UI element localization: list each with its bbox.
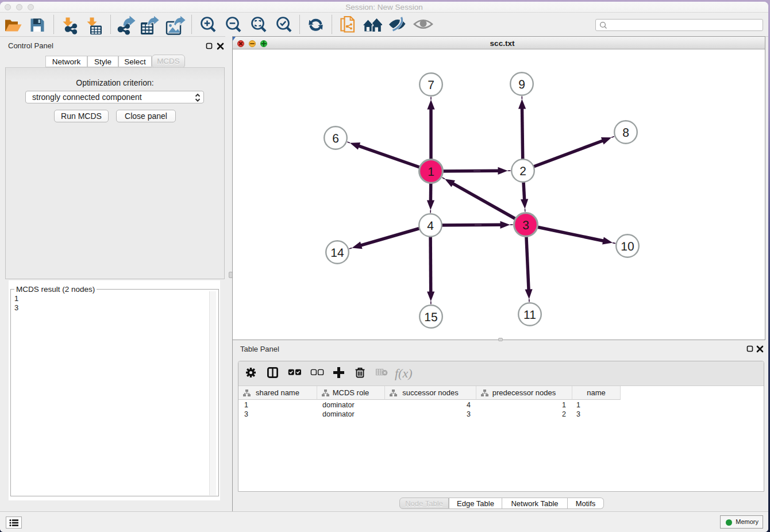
svg-text:2: 2 [519,165,526,178]
svg-text:4: 4 [427,219,434,233]
svg-text:6: 6 [332,132,339,145]
svg-text:15: 15 [424,311,437,324]
svg-text:9: 9 [518,78,525,91]
svg-text:8: 8 [622,126,629,140]
svg-text:1: 1 [428,165,434,179]
svg-text:7: 7 [428,79,434,92]
svg-text:10: 10 [621,240,634,253]
svg-text:11: 11 [523,309,536,322]
svg-text:14: 14 [330,246,344,260]
svg-text:3: 3 [522,219,529,232]
